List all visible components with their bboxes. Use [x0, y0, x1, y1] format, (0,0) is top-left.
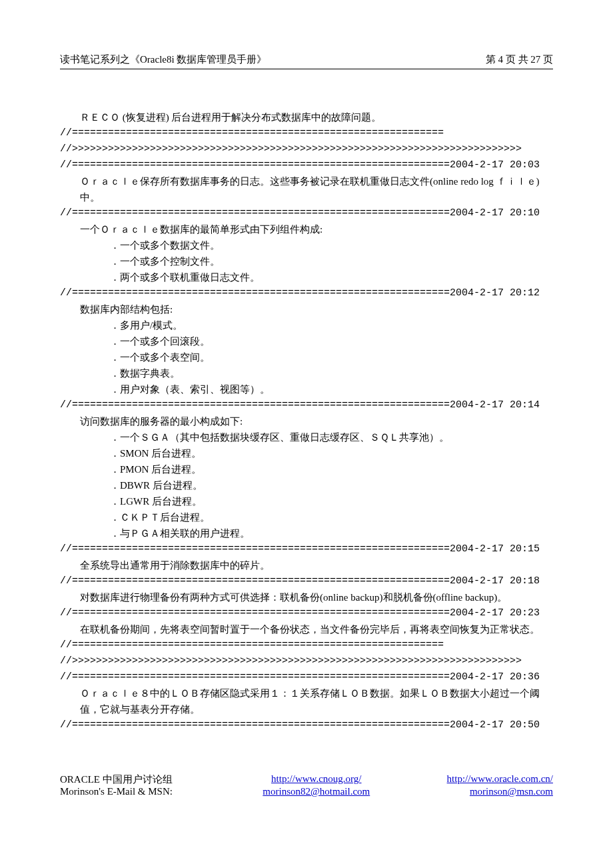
paragraph: Ｏｒａｃｌｅ８中的ＬＯＢ存储区隐式采用１：１关系存储ＬＯＢ数据。如果ＬＯＢ数据大…	[60, 685, 553, 717]
paragraph: 对数据库进行物理备份有两种方式可供选择：联机备份(online backup)和…	[60, 589, 553, 605]
page-header: 读书笔记系列之《Oracle8i 数据库管理员手册》 第 4 页 共 27 页	[60, 53, 553, 69]
document-page: 读书笔记系列之《Oracle8i 数据库管理员手册》 第 4 页 共 27 页 …	[0, 0, 613, 837]
paragraph: 数据库内部结构包括:	[60, 301, 553, 317]
paragraph: Ｏｒａｃｌｅ保存所有数据库事务的日志。这些事务被记录在联机重做日志文件(onli…	[60, 173, 553, 205]
footer-contact-label: Morinson's E-Mail & MSN:	[60, 786, 237, 797]
footer-link-email-hotmail[interactable]: morinson82@hotmail.com	[263, 786, 370, 797]
separator-timestamp: //======================================…	[60, 573, 553, 589]
list-item: ．两个或多个联机重做日志文件。	[60, 269, 553, 285]
list-item: ．LGWR 后台进程。	[60, 493, 553, 509]
paragraph: 在联机备份期间，先将表空间暂时置于一个备份状态，当文件备份完毕后，再将表空间恢复…	[60, 621, 553, 637]
separator-timestamp: //======================================…	[60, 285, 553, 301]
separator: //>>>>>>>>>>>>>>>>>>>>>>>>>>>>>>>>>>>>>>…	[60, 141, 553, 157]
list-item: ．数据字典表。	[60, 365, 553, 381]
footer-row: Morinson's E-Mail & MSN: morinson82@hotm…	[60, 786, 553, 797]
list-item: ．DBWR 后台进程。	[60, 477, 553, 493]
list-item: ．一个或多个控制文件。	[60, 253, 553, 269]
list-item: ．SMON 后台进程。	[60, 445, 553, 461]
paragraph: 访问数据库的服务器的最小构成如下:	[60, 413, 553, 429]
paragraph: 一个Ｏｒａｃｌｅ数据库的最简单形式由下列组件构成:	[60, 221, 553, 237]
footer-link-email-msn[interactable]: morinson@msn.com	[470, 786, 553, 797]
list-item: ．一个或多个表空间。	[60, 349, 553, 365]
separator: //======================================…	[60, 637, 553, 653]
list-item: ．一个或多个数据文件。	[60, 237, 553, 253]
footer-link-oracle-cn[interactable]: http://www.oracle.com.cn/	[447, 773, 553, 784]
page-footer: ORACLE 中国用户讨论组 http://www.cnoug.org/ htt…	[60, 773, 553, 797]
separator: //>>>>>>>>>>>>>>>>>>>>>>>>>>>>>>>>>>>>>>…	[60, 653, 553, 669]
list-item: ．PMON 后台进程。	[60, 461, 553, 477]
paragraph: ＲＥＣＯ (恢复进程) 后台进程用于解决分布式数据库中的故障问题。	[60, 109, 553, 125]
list-item: ．用户对象（表、索引、视图等）。	[60, 381, 553, 397]
separator: //======================================…	[60, 125, 553, 141]
footer-row: ORACLE 中国用户讨论组 http://www.cnoug.org/ htt…	[60, 773, 553, 786]
list-item: ．与ＰＧＡ相关联的用户进程。	[60, 525, 553, 541]
list-item: ．一个或多个回滚段。	[60, 333, 553, 349]
footer-org-label: ORACLE 中国用户讨论组	[60, 773, 237, 786]
header-title: 读书笔记系列之《Oracle8i 数据库管理员手册》	[60, 53, 267, 66]
separator-timestamp: //======================================…	[60, 717, 553, 733]
separator-timestamp: //======================================…	[60, 397, 553, 413]
page-content: ＲＥＣＯ (恢复进程) 后台进程用于解决分布式数据库中的故障问题。 //====…	[60, 109, 553, 733]
separator-timestamp: //======================================…	[60, 669, 553, 685]
list-item: ．一个ＳＧＡ（其中包括数据块缓存区、重做日志缓存区、ＳＱＬ共享池）。	[60, 429, 553, 445]
separator-timestamp: //======================================…	[60, 157, 553, 173]
header-pagination: 第 4 页 共 27 页	[486, 53, 553, 66]
paragraph: 全系统导出通常用于消除数据库中的碎片。	[60, 557, 553, 573]
list-item: ．多用户/模式。	[60, 317, 553, 333]
list-item: ．ＣＫＰＴ后台进程。	[60, 509, 553, 525]
separator-timestamp: //======================================…	[60, 541, 553, 557]
separator-timestamp: //======================================…	[60, 205, 553, 221]
separator-timestamp: //======================================…	[60, 605, 553, 621]
footer-link-cnoug[interactable]: http://www.cnoug.org/	[271, 773, 361, 784]
